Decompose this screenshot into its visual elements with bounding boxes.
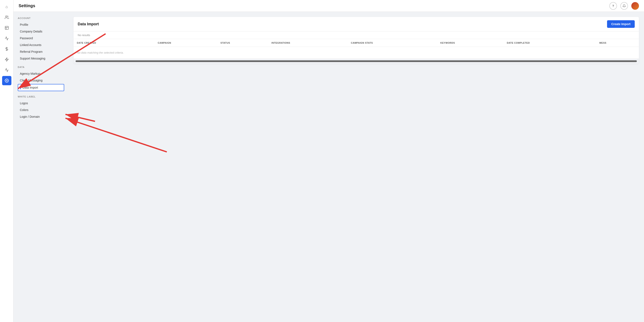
icon-sidebar: ⌂ <box>0 0 14 322</box>
sidebar-item-analytics[interactable] <box>2 65 12 75</box>
data-import-table-container: DATE CREATED CAMPAIGN STATUS INTEGRATION… <box>74 39 639 59</box>
sidebar-item-home[interactable]: ⌂ <box>2 2 12 11</box>
sidebar-item-reports[interactable] <box>2 23 12 32</box>
no-data-text: No data matching the selected criteria. <box>74 47 639 59</box>
sidebar-item-logos[interactable]: Logos <box>18 100 64 106</box>
content-area: ACCOUNT Profile Company Details Password… <box>14 12 644 322</box>
data-section-label: DATA <box>18 66 64 68</box>
col-campaign[interactable]: CAMPAIGN <box>154 39 217 47</box>
top-header: Settings ? <box>14 0 644 12</box>
help-button[interactable]: ? <box>609 2 617 10</box>
settings-sidebar: ACCOUNT Profile Company Details Password… <box>14 12 68 322</box>
sidebar-item-colors[interactable]: Colors <box>18 107 64 113</box>
sidebar-item-users[interactable] <box>2 13 12 22</box>
sidebar-item-agency-markup[interactable]: Agency Markup <box>18 70 64 77</box>
sidebar-item-company-details[interactable]: Company Details <box>18 28 64 35</box>
panel-header: Data Import Create Import <box>74 17 639 31</box>
sidebar-item-integrations[interactable] <box>2 55 12 64</box>
sidebar-item-profile[interactable]: Profile <box>18 21 64 28</box>
sidebar-item-password[interactable]: Password <box>18 35 64 41</box>
table-header-row: DATE CREATED CAMPAIGN STATUS INTEGRATION… <box>74 39 639 47</box>
panel-title: Data Import <box>78 22 99 26</box>
sidebar-item-login-domain[interactable]: Login / Domain <box>18 113 64 120</box>
sidebar-item-linked-accounts[interactable]: Linked Accounts <box>18 42 64 48</box>
sidebar-item-data-import[interactable]: Data Import <box>18 84 64 91</box>
svg-marker-5 <box>5 58 8 61</box>
active-indicator <box>20 86 21 89</box>
notifications-button[interactable] <box>620 2 628 10</box>
page-title: Settings <box>18 3 35 8</box>
sidebar-item-settings[interactable] <box>2 76 12 85</box>
sidebar-item-client-messaging[interactable]: Client Messaging <box>18 77 64 83</box>
sidebar-item-campaigns[interactable] <box>2 34 12 43</box>
avatar-image <box>631 2 639 10</box>
data-import-table: DATE CREATED CAMPAIGN STATUS INTEGRATION… <box>74 39 639 59</box>
svg-point-6 <box>6 80 7 81</box>
no-data-row: No data matching the selected criteria. <box>74 47 639 59</box>
scroll-track[interactable] <box>76 60 637 62</box>
main-content: Data Import Create Import No results DAT… <box>68 12 644 322</box>
svg-point-0 <box>6 16 7 17</box>
header-actions: ? <box>609 2 639 10</box>
avatar[interactable] <box>631 2 639 10</box>
account-section-label: ACCOUNT <box>18 17 64 19</box>
col-date-created[interactable]: DATE CREATED <box>74 39 154 47</box>
col-campaign-stats[interactable]: CAMPAIGN STATS <box>348 39 437 47</box>
create-import-button[interactable]: Create Import <box>607 20 635 28</box>
sidebar-item-support-messaging[interactable]: Support Messaging <box>18 55 64 62</box>
col-status[interactable]: STATUS <box>217 39 268 47</box>
col-integrations[interactable]: INTEGRATIONS <box>268 39 348 47</box>
no-results-text: No results <box>78 33 90 37</box>
sidebar-item-billing[interactable] <box>2 44 12 54</box>
white-label-section-label: WHITE LABEL <box>18 95 64 98</box>
col-mess[interactable]: MESS <box>596 39 639 47</box>
col-date-completed[interactable]: DATE COMPLETED <box>504 39 596 47</box>
no-results-bar: No results <box>74 31 639 39</box>
main-area: Settings ? ACCOUNT Profile Company Detai… <box>14 0 644 322</box>
col-keywords[interactable]: KEYWORDS <box>437 39 504 47</box>
data-import-panel: Data Import Create Import No results DAT… <box>74 17 639 64</box>
scrollbar-area <box>74 59 639 64</box>
sidebar-item-referral-program[interactable]: Referral Program <box>18 48 64 55</box>
svg-rect-1 <box>5 26 8 29</box>
